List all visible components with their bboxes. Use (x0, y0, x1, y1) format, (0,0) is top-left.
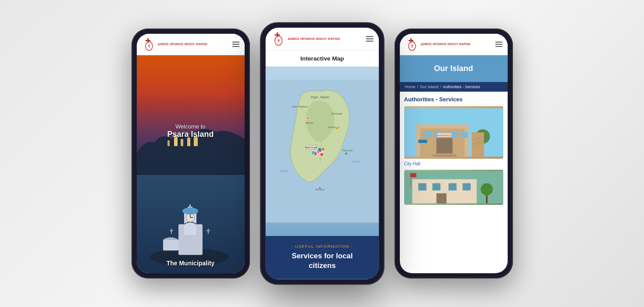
svg-point-36 (321, 147, 324, 151)
svg-rect-87 (410, 173, 416, 177)
svg-rect-69 (434, 154, 454, 155)
svg-text:Πλωτά: Πλωτά (351, 160, 359, 163)
svg-rect-24 (274, 34, 280, 36)
svg-text:⚓: ⚓ (318, 149, 321, 152)
svg-text:✝: ✝ (276, 38, 280, 43)
breadcrumb-home[interactable]: Home (405, 85, 416, 89)
phone-2-menu-icon[interactable] (366, 36, 373, 42)
svg-rect-19 (170, 230, 173, 231)
logo-svg-2: ✝ (271, 32, 286, 46)
phone-1-logo-text: ΔΗΜΟΣ ΗΡΩΙΚΗΣ ΝΗΣΟΥ ΨΑΡΩΝ (158, 43, 207, 46)
svg-rect-79 (418, 183, 426, 191)
svg-rect-70 (418, 140, 427, 143)
city-hall-image: ✚ ΔΗΜΑΡΧΕΙΟ (404, 106, 503, 159)
phone-2-screen: ✝ ΔΗΜΟΣ ΗΡΩΙΚΗΣ ΝΗΣΟΥ ΨΑΡΩΝ Interactive … (265, 28, 378, 279)
second-building-svg (404, 170, 503, 205)
svg-rect-83 (436, 193, 446, 203)
svg-point-84 (480, 183, 493, 196)
breadcrumb-current: Authorities - Services (443, 85, 480, 89)
welcome-line2: Psara Island (137, 130, 245, 139)
phone-2: ✝ ΔΗΜΟΣ ΗΡΩΙΚΗΣ ΝΗΣΟΥ ΨΑΡΩΝ Interactive … (260, 22, 384, 285)
authorities-content: Authorities - Services (400, 92, 508, 273)
phone-1-screen: ✝ ΔΗΜΟΣ ΗΡΩΙΚΗΣ ΝΗΣΟΥ ΨΑΡΩΝ (137, 34, 245, 273)
svg-rect-68 (432, 155, 456, 157)
svg-rect-62 (424, 132, 431, 138)
authorities-title: Authorities - Services (404, 96, 503, 103)
svg-rect-65 (460, 132, 468, 138)
city-hall-svg: ✚ ΔΗΜΑΡΧΕΙΟ (404, 106, 503, 159)
phone-1-hero-bottom: The Municipality (137, 175, 245, 273)
phone-3-logo: ✝ ΔΗΜΟΣ ΗΡΩΙΚΗΣ ΝΗΣΟΥ ΨΑΡΩΝ (405, 37, 470, 51)
municipality-label: The Municipality (167, 260, 215, 267)
phone-1-logo: ✝ ΔΗΜΟΣ ΗΡΩΙΚΗΣ ΝΗΣΟΥ ΨΑΡΩΝ (142, 37, 207, 51)
svg-text:Άγιος Νικόλαος: Άγιος Νικόλαος (292, 105, 308, 108)
svg-rect-64 (450, 132, 458, 138)
svg-text:Hotel Psara: Hotel Psara (305, 146, 317, 149)
clock-tower-svg (137, 175, 245, 273)
svg-point-17 (182, 207, 198, 214)
phone-3-screen: ✝ ΔΗΜΟΣ ΗΡΩΙΚΗΣ ΝΗΣΟΥ ΨΑΡΩΝ Our Island H… (400, 34, 508, 273)
svg-rect-80 (432, 183, 440, 191)
second-building-image (404, 170, 503, 205)
welcome-line1: Welcome to (137, 123, 245, 130)
map-area[interactable]: ⚓ H Hotel Psara Ψαρά - Νησάκι Άγιος Νικό… (265, 67, 378, 236)
svg-rect-1 (146, 40, 150, 41)
map-svg: ⚓ H Hotel Psara Ψαρά - Νησάκι Άγιος Νικό… (265, 67, 378, 236)
phone-2-logo-text: ΔΗΜΟΣ ΗΡΩΙΚΗΣ ΝΗΣΟΥ ΨΑΡΩΝ (288, 37, 340, 41)
svg-text:✚ ΔΗΜΑΡΧΕΙΟ: ✚ ΔΗΜΑΡΧΕΙΟ (437, 135, 451, 137)
svg-text:Εκκλησάκι: Εκκλησάκι (331, 112, 342, 115)
breadcrumb-island[interactable]: Our Island (420, 85, 438, 89)
svg-text:Αιγαίο: Αιγαίο (279, 169, 288, 173)
svg-text:Κάστρο: Κάστρο (305, 121, 313, 124)
svg-text:Πρωπόκα: Πρωπόκα (342, 149, 352, 152)
phone-1-hero-top: Welcome to Psara Island (137, 55, 245, 175)
svg-text:✝: ✝ (410, 44, 414, 49)
our-island-title: Our Island (406, 64, 501, 73)
services-section: - USEFUL INFORMATION - Services for loca… (265, 236, 378, 279)
svg-rect-5 (181, 139, 183, 146)
phone-2-header: ✝ ΔΗΜΟΣ ΗΡΩΙΚΗΣ ΝΗΣΟΥ ΨΑΡΩΝ (265, 28, 378, 50)
svg-rect-21 (206, 230, 210, 231)
phone-3-header: ✝ ΔΗΜΟΣ ΗΡΩΙΚΗΣ ΝΗΣΟΥ ΨΑΡΩΝ (400, 34, 508, 55)
svg-rect-73 (472, 132, 484, 157)
city-hall-label[interactable]: City Hall (404, 161, 503, 166)
svg-rect-6 (167, 140, 170, 146)
phones-container: ✝ ΔΗΜΟΣ ΗΡΩΙΚΗΣ ΝΗΣΟΥ ΨΑΡΩΝ (123, 20, 522, 287)
map-title: Interactive Map (265, 50, 378, 67)
phone-1-header: ✝ ΔΗΜΟΣ ΗΡΩΙΚΗΣ ΝΗΣΟΥ ΨΑΡΩΝ (137, 34, 245, 55)
svg-text:H: H (312, 152, 314, 154)
svg-text:Ψαρά - Νησάκι: Ψαρά - Νησάκι (310, 96, 329, 99)
svg-point-32 (320, 153, 323, 156)
logo-svg: ✝ (142, 37, 156, 51)
svg-rect-22 (163, 239, 178, 250)
svg-rect-81 (448, 183, 456, 191)
svg-text:✝: ✝ (147, 44, 151, 49)
phone-1-welcome-text: Welcome to Psara Island (137, 123, 245, 139)
phone-1-menu-icon[interactable] (232, 42, 239, 47)
phone-1: ✝ ΔΗΜΟΣ ΗΡΩΙΚΗΣ ΝΗΣΟΥ ΨΑΡΩΝ (132, 29, 250, 278)
logo-svg-3: ✝ (405, 37, 419, 51)
svg-rect-55 (409, 40, 413, 41)
breadcrumb-sep2: / (440, 85, 441, 89)
svg-rect-82 (463, 183, 470, 191)
phone-3: ✝ ΔΗΜΟΣ ΗΡΩΙΚΗΣ ΝΗΣΟΥ ΨΑΡΩΝ Our Island H… (395, 29, 513, 278)
phone-2-logo: ✝ ΔΗΜΟΣ ΗΡΩΙΚΗΣ ΝΗΣΟΥ ΨΑΡΩΝ (271, 32, 340, 46)
svg-rect-85 (486, 195, 487, 203)
services-label: - USEFUL INFORMATION - (272, 244, 372, 249)
breadcrumb-sep1: / (417, 85, 419, 89)
phone-3-logo-text: ΔΗΜΟΣ ΗΡΩΙΚΗΣ ΝΗΣΟΥ ΨΑΡΩΝ (421, 43, 470, 46)
our-island-header: Our Island (400, 55, 508, 82)
phone-3-menu-icon[interactable] (495, 42, 502, 47)
services-title: Services for local citizens (272, 252, 372, 271)
breadcrumb-bar: Home / Our Island / Authorities - Servic… (400, 82, 508, 92)
